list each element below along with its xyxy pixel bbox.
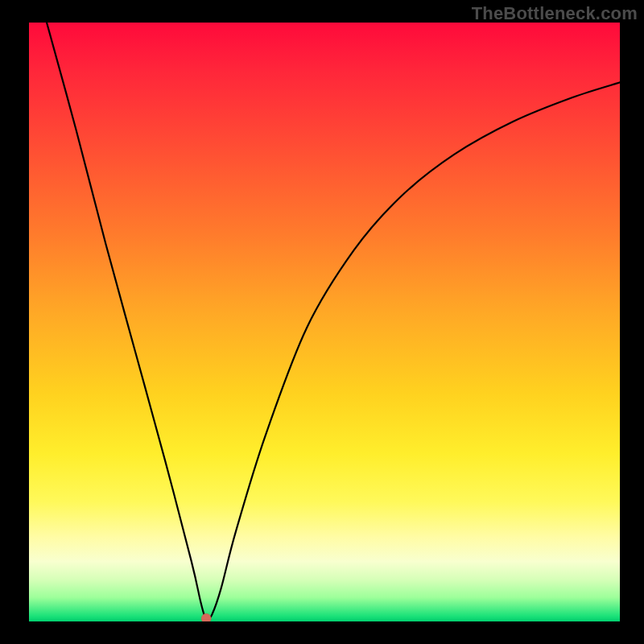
bottleneck-curve <box>47 23 620 618</box>
curve-layer <box>29 23 620 621</box>
plot-area <box>29 23 620 621</box>
min-point-marker <box>201 613 211 621</box>
chart-frame: TheBottleneck.com <box>0 0 644 644</box>
watermark-text: TheBottleneck.com <box>472 3 638 24</box>
